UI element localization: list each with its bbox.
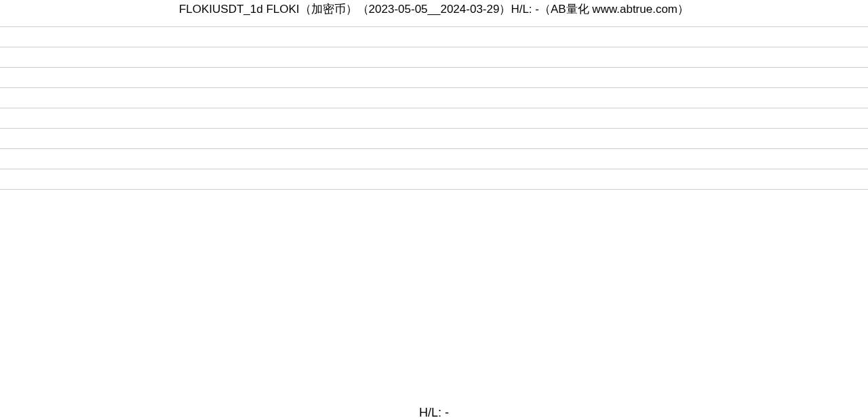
gridline — [0, 169, 868, 169]
gridline — [0, 87, 868, 88]
gridline — [0, 189, 868, 190]
gridline — [0, 148, 868, 149]
chart-gridlines — [0, 0, 868, 406]
gridline — [0, 26, 868, 27]
gridline — [0, 128, 868, 129]
gridline — [0, 47, 868, 47]
footer-label: H/L: - — [0, 406, 868, 420]
gridline — [0, 108, 868, 108]
gridline — [0, 67, 868, 68]
